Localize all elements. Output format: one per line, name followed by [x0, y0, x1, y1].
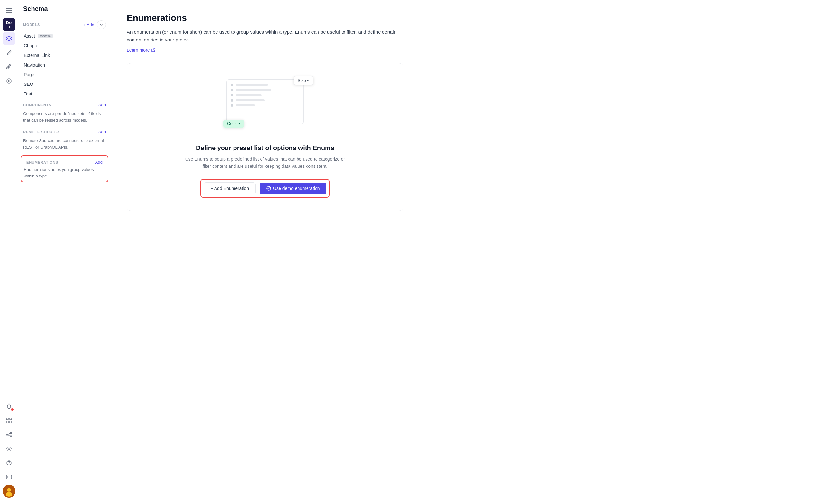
enum-illustration: Color ▾ Size ▾	[217, 76, 313, 134]
help-icon[interactable]	[3, 456, 15, 469]
svg-point-10	[10, 436, 12, 437]
models-label: MODELS	[23, 23, 40, 27]
system-badge: system	[38, 34, 53, 38]
svg-rect-2	[6, 12, 12, 12]
svg-point-11	[8, 448, 10, 450]
page-description: An enumeration (or enum for short) can b…	[127, 28, 403, 44]
avatar[interactable]	[3, 485, 15, 498]
main-content: Enumerations An enumeration (or enum for…	[111, 0, 826, 504]
svg-point-16	[7, 488, 11, 492]
illus-main-card	[226, 79, 304, 124]
collapse-button[interactable]	[97, 20, 106, 29]
enumerations-add-button[interactable]: + Add	[92, 160, 103, 165]
svg-rect-5	[10, 418, 12, 420]
enum-card-desc: Use Enums to setup a predefined list of …	[181, 155, 349, 170]
do-icon[interactable]: Do	[3, 18, 15, 31]
notification-badge	[11, 408, 13, 411]
paperclip-icon[interactable]	[3, 60, 15, 73]
icon-rail: Do	[0, 0, 18, 504]
components-description: Components are pre-defined sets of field…	[18, 109, 111, 126]
settings-icon[interactable]	[3, 442, 15, 455]
color-pill: Color ▾	[223, 120, 244, 128]
use-demo-button[interactable]: Use demo enumeration	[259, 183, 327, 194]
learn-more-link[interactable]: Learn more	[127, 48, 811, 53]
svg-rect-6	[6, 421, 8, 423]
play-icon[interactable]	[3, 75, 15, 87]
enum-card: Color ▾ Size ▾ Define your preset list o…	[127, 63, 403, 211]
remote-description: Remote Sources are connectors to externa…	[18, 136, 111, 153]
svg-point-17	[6, 492, 12, 497]
grid-icon[interactable]	[3, 414, 15, 427]
remote-add-button[interactable]: + Add	[95, 130, 106, 134]
svg-rect-14	[6, 475, 12, 479]
svg-point-8	[6, 434, 8, 435]
page-title: Enumerations	[127, 13, 811, 23]
model-list: Asset system Chapter External Link Navig…	[18, 31, 111, 99]
svg-rect-7	[10, 421, 12, 423]
add-enumeration-button[interactable]: + Add Enumeration	[203, 182, 255, 194]
layers-icon[interactable]	[3, 32, 15, 45]
size-pill: Size ▾	[294, 76, 313, 85]
model-item-navigation[interactable]: Navigation	[20, 60, 108, 70]
model-item-seo[interactable]: SEO	[20, 79, 108, 89]
svg-rect-1	[6, 10, 12, 11]
enumerations-label: ENUMERATIONS	[26, 161, 58, 164]
terminal-icon[interactable]	[3, 470, 15, 484]
remote-section-header: REMOTE SOURCES + Add	[18, 126, 111, 136]
enumerations-header: ENUMERATIONS + Add	[24, 159, 105, 167]
svg-rect-0	[6, 8, 12, 9]
svg-point-9	[10, 432, 12, 434]
models-add-button[interactable]: + Add	[83, 22, 94, 27]
components-section-header: COMPONENTS + Add	[18, 99, 111, 109]
remote-label: REMOTE SOURCES	[23, 130, 61, 134]
enumerations-description: Enumerations helps you group values with…	[24, 167, 105, 179]
model-item-page[interactable]: Page	[20, 70, 108, 79]
components-label: COMPONENTS	[23, 103, 52, 107]
models-section-header: MODELS + Add	[18, 16, 111, 31]
model-item-asset[interactable]: Asset system	[20, 31, 108, 41]
workflow-icon[interactable]	[3, 428, 15, 441]
sidebar-title: Schema	[23, 5, 48, 12]
model-item-external-link[interactable]: External Link	[20, 51, 108, 60]
svg-rect-4	[6, 418, 8, 420]
bell-icon[interactable]	[3, 400, 15, 413]
action-buttons: + Add Enumeration Use demo enumeration	[200, 179, 330, 198]
components-add-button[interactable]: + Add	[95, 103, 106, 107]
svg-point-13	[9, 464, 9, 465]
model-item-chapter[interactable]: Chapter	[20, 41, 108, 51]
sidebar: Schema MODELS + Add Asset system Chapter…	[18, 0, 111, 504]
enumerations-section: ENUMERATIONS + Add Enumerations helps yo…	[20, 155, 108, 182]
edit-icon[interactable]	[3, 46, 15, 59]
model-item-test[interactable]: Test	[20, 89, 108, 99]
menu-icon[interactable]	[3, 4, 15, 17]
sidebar-header: Schema	[18, 5, 111, 16]
enum-card-title: Define your preset list of options with …	[196, 144, 334, 152]
